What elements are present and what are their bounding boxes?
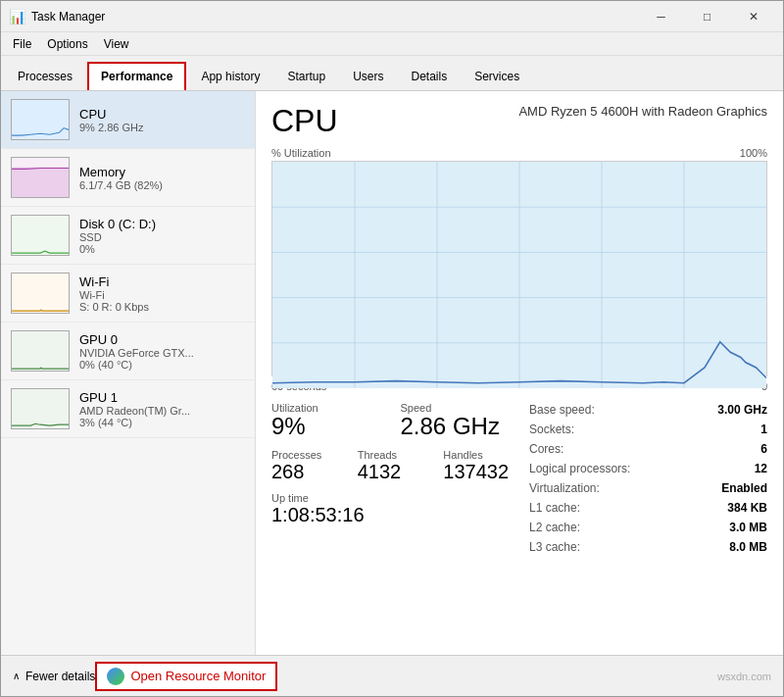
processes-label: Processes — [271, 449, 338, 461]
disk-usage: 0% — [79, 243, 245, 255]
l1-cache-row: L1 cache: 384 KB — [529, 500, 767, 516]
svg-rect-2 — [12, 168, 69, 197]
cpu-name: CPU — [79, 107, 245, 122]
sockets-key: Sockets: — [529, 423, 574, 436]
sidebar-item-cpu[interactable]: CPU 9% 2.86 GHz — [1, 91, 255, 149]
virtualization-row: Virtualization: Enabled — [529, 480, 767, 496]
disk-name: Disk 0 (C: D:) — [79, 217, 245, 231]
tab-startup[interactable]: Startup — [274, 63, 338, 90]
memory-name: Memory — [79, 165, 245, 179]
l2-cache-key: L2 cache: — [529, 521, 580, 534]
open-resource-label: Open Resource Monitor — [130, 669, 266, 683]
stats-section: Utilization 9% Speed 2.86 GHz Processes … — [271, 402, 767, 555]
cpu-thumbnail — [11, 99, 70, 140]
disk-type: SSD — [79, 231, 245, 243]
task-manager-window: 📊 Task Manager ─ □ ✕ File Options View P… — [0, 0, 784, 697]
gpu0-model: NVIDIA GeForce GTX... — [79, 347, 245, 359]
chart-label-100: 100% — [740, 147, 767, 159]
resource-monitor-icon — [107, 668, 124, 685]
cores-row: Cores: 6 — [529, 441, 767, 457]
gpu0-info: GPU 0 NVIDIA GeForce GTX... 0% (40 °C) — [79, 332, 245, 371]
sidebar-item-gpu0[interactable]: GPU 0 NVIDIA GeForce GTX... 0% (40 °C) — [1, 323, 255, 380]
tab-services[interactable]: Services — [462, 63, 532, 90]
speed-stat: Speed 2.86 GHz — [401, 402, 511, 439]
logical-processors-key: Logical processors: — [529, 462, 630, 475]
l2-cache-val: 3.0 MB — [729, 521, 767, 534]
svg-rect-3 — [12, 216, 69, 255]
sockets-row: Sockets: 1 — [529, 422, 767, 437]
wifi-speed: S: 0 R: 0 Kbps — [79, 301, 245, 313]
tab-processes[interactable]: Processes — [5, 63, 85, 90]
open-resource-monitor-button[interactable]: Open Resource Monitor — [95, 662, 277, 691]
base-speed-key: Base speed: — [529, 403, 595, 417]
gpu1-thumbnail — [11, 388, 70, 429]
processes-value: 268 — [271, 461, 338, 482]
titlebar-controls: ─ □ ✕ — [639, 5, 775, 28]
cores-val: 6 — [760, 442, 767, 456]
gpu0-usage: 0% (40 °C) — [79, 359, 245, 371]
processes-row: Processes 268 Threads 4132 Handles 13743… — [271, 449, 510, 482]
chart-label-top: % Utilization 100% — [271, 147, 767, 159]
chart-label-utilization: % Utilization — [271, 147, 331, 159]
gpu1-info: GPU 1 AMD Radeon(TM) Gr... 3% (44 °C) — [79, 390, 245, 428]
threads-stat: Threads 4132 — [358, 449, 424, 482]
tab-users[interactable]: Users — [340, 63, 396, 90]
tab-app-history[interactable]: App history — [188, 63, 272, 90]
panel-header: CPU AMD Ryzen 5 4600H with Radeon Graphi… — [271, 103, 767, 139]
memory-info: Memory 6.1/7.4 GB (82%) — [79, 165, 245, 191]
main-content: CPU 9% 2.86 GHz Memory — [1, 91, 783, 655]
svg-rect-6 — [12, 389, 69, 428]
virtualization-val: Enabled — [721, 481, 767, 495]
gpu1-name: GPU 1 — [79, 390, 245, 405]
svg-rect-4 — [12, 274, 69, 313]
gpu0-name: GPU 0 — [79, 332, 245, 347]
l3-cache-row: L3 cache: 8.0 MB — [529, 539, 767, 555]
tab-performance[interactable]: Performance — [87, 62, 186, 90]
uptime-value: 1:08:53:16 — [271, 504, 510, 525]
wifi-thumbnail — [11, 273, 70, 314]
footer: ∧ Fewer details Open Resource Monitor ws… — [1, 655, 783, 696]
watermark: wsxdn.com — [698, 671, 771, 682]
logical-processors-row: Logical processors: 12 — [529, 461, 767, 476]
panel-subtitle: AMD Ryzen 5 4600H with Radeon Graphics — [518, 103, 767, 121]
fewer-details-label: Fewer details — [25, 670, 95, 683]
sidebar-item-wifi[interactable]: Wi-Fi Wi-Fi S: 0 R: 0 Kbps — [1, 265, 255, 323]
cpu-chart — [271, 161, 767, 376]
sidebar-item-memory[interactable]: Memory 6.1/7.4 GB (82%) — [1, 149, 255, 207]
utilization-value: 9% — [271, 414, 381, 439]
handles-stat: Handles 137432 — [443, 449, 510, 482]
cores-key: Cores: — [529, 442, 564, 456]
maximize-button[interactable]: □ — [685, 5, 729, 28]
wifi-type: Wi-Fi — [79, 289, 245, 301]
stats-left: Utilization 9% Speed 2.86 GHz Processes … — [271, 402, 510, 555]
gpu1-model: AMD Radeon(TM) Gr... — [79, 405, 245, 417]
memory-thumbnail — [11, 157, 70, 198]
uptime-label: Up time — [271, 492, 510, 504]
processes-stat: Processes 268 — [271, 449, 338, 482]
l3-cache-val: 8.0 MB — [729, 540, 767, 554]
sockets-val: 1 — [760, 423, 767, 436]
panel-title: CPU — [271, 103, 338, 139]
app-icon: 📊 — [9, 9, 25, 25]
l2-cache-row: L2 cache: 3.0 MB — [529, 520, 767, 535]
close-button[interactable]: ✕ — [731, 5, 775, 28]
window-title: Task Manager — [31, 10, 105, 24]
fewer-details-button[interactable]: ∧ Fewer details — [13, 670, 95, 683]
menu-options[interactable]: Options — [39, 35, 95, 53]
disk-thumbnail — [11, 215, 70, 256]
handles-label: Handles — [443, 449, 510, 461]
sidebar-item-disk[interactable]: Disk 0 (C: D:) SSD 0% — [1, 207, 255, 265]
base-speed-row: Base speed: 3.00 GHz — [529, 402, 767, 418]
menu-view[interactable]: View — [96, 35, 137, 53]
utilization-speed-row: Utilization 9% Speed 2.86 GHz — [271, 402, 510, 439]
titlebar: 📊 Task Manager ─ □ ✕ — [1, 1, 783, 32]
l1-cache-key: L1 cache: — [529, 501, 580, 515]
gpu1-usage: 3% (44 °C) — [79, 417, 245, 428]
wifi-info: Wi-Fi Wi-Fi S: 0 R: 0 Kbps — [79, 274, 245, 313]
menu-file[interactable]: File — [5, 35, 39, 53]
threads-value: 4132 — [358, 461, 424, 482]
sidebar-item-gpu1[interactable]: GPU 1 AMD Radeon(TM) Gr... 3% (44 °C) — [1, 380, 255, 438]
tab-details[interactable]: Details — [398, 63, 460, 90]
minimize-button[interactable]: ─ — [639, 5, 683, 28]
handles-value: 137432 — [443, 461, 510, 482]
